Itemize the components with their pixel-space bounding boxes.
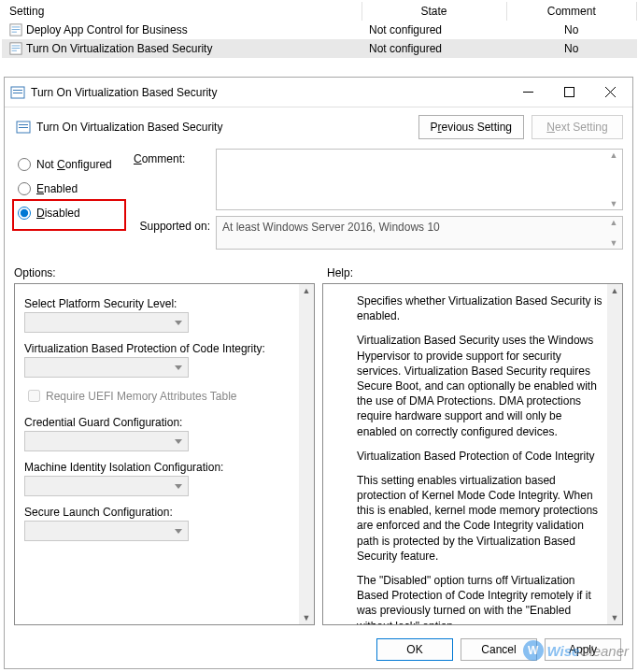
setting-comment: No bbox=[506, 39, 637, 58]
svg-rect-5 bbox=[12, 46, 21, 47]
minimize-button[interactable] bbox=[507, 79, 548, 107]
previous-setting-button[interactable]: Previous Setting bbox=[418, 115, 524, 139]
machine-identity-select[interactable] bbox=[24, 476, 189, 496]
svg-rect-7 bbox=[12, 50, 17, 51]
help-text: Virtualization Based Protection of Code … bbox=[357, 449, 603, 464]
comment-label: Comment: bbox=[134, 149, 216, 210]
scrollbar[interactable]: ▲▼ bbox=[606, 150, 621, 208]
scrollbar[interactable]: ▲▼ bbox=[606, 218, 621, 248]
option-label: Credential Guard Configuration: bbox=[24, 416, 308, 429]
checkbox-input[interactable] bbox=[28, 390, 40, 402]
policy-icon bbox=[9, 42, 22, 55]
dialog-footer: OK Cancel Apply bbox=[5, 631, 632, 668]
radio-disabled[interactable]: Disabled bbox=[14, 207, 119, 220]
supported-label: Supported on: bbox=[134, 216, 216, 250]
table-header-row: Setting State Comment bbox=[2, 2, 637, 21]
setting-state: Not configured bbox=[362, 39, 506, 58]
code-integrity-select[interactable] bbox=[24, 357, 189, 378]
titlebar[interactable]: Turn On Virtualization Based Security bbox=[5, 78, 632, 107]
table-row[interactable]: Turn On Virtualization Based Security No… bbox=[2, 39, 637, 58]
maximize-button[interactable] bbox=[548, 79, 589, 107]
scrollbar[interactable]: ▲▼ bbox=[607, 284, 622, 624]
state-radio-group: Not Configured Enabled Disabled bbox=[14, 149, 134, 255]
option-label: Select Platform Security Level: bbox=[24, 297, 308, 310]
setting-state: Not configured bbox=[362, 21, 506, 39]
close-button[interactable] bbox=[589, 79, 631, 107]
help-text: Virtualization Based Security uses the W… bbox=[357, 333, 603, 438]
dialog-icon bbox=[10, 85, 25, 100]
policy-settings-dialog: Turn On Virtualization Based Security Tu… bbox=[4, 77, 633, 669]
highlight-box: Disabled bbox=[12, 199, 126, 231]
secure-launch-select[interactable] bbox=[24, 521, 189, 541]
col-state[interactable]: State bbox=[362, 2, 506, 21]
options-pane: Select Platform Security Level: Virtuali… bbox=[14, 283, 315, 625]
radio-input[interactable] bbox=[18, 182, 31, 195]
help-text: This setting enables virtualization base… bbox=[357, 473, 603, 564]
help-text: The "Disabled" option turns off Virtuali… bbox=[357, 573, 603, 625]
col-comment[interactable]: Comment bbox=[506, 2, 637, 21]
option-label: Machine Identity Isolation Configuration… bbox=[24, 461, 308, 474]
option-label: Secure Launch Configuration: bbox=[24, 506, 308, 519]
svg-rect-3 bbox=[12, 32, 17, 33]
dialog-icon bbox=[16, 120, 31, 135]
comment-textarea[interactable]: ▲▼ bbox=[216, 149, 623, 210]
svg-rect-2 bbox=[12, 29, 21, 30]
setting-name: Turn On Virtualization Based Security bbox=[26, 42, 212, 55]
svg-rect-16 bbox=[19, 124, 28, 125]
next-setting-button[interactable]: Next Setting bbox=[532, 115, 623, 139]
options-heading: Options: bbox=[14, 266, 327, 279]
setting-comment: No bbox=[506, 21, 637, 39]
svg-rect-17 bbox=[19, 127, 28, 128]
scrollbar[interactable]: ▲▼ bbox=[299, 284, 314, 624]
uefi-checkbox[interactable]: Require UEFI Memory Attributes Table bbox=[24, 387, 308, 405]
dialog-title: Turn On Virtualization Based Security bbox=[31, 86, 507, 99]
svg-rect-1 bbox=[12, 27, 21, 28]
platform-security-select[interactable] bbox=[24, 312, 189, 333]
table-row[interactable]: Deploy App Control for Business Not conf… bbox=[2, 21, 637, 39]
supported-on-field: At least Windows Server 2016, Windows 10… bbox=[216, 216, 623, 250]
option-label: Virtualization Based Protection of Code … bbox=[24, 342, 308, 355]
svg-rect-10 bbox=[13, 93, 22, 93]
policy-table: Setting State Comment Deploy App Control… bbox=[2, 2, 637, 58]
credential-guard-select[interactable] bbox=[24, 431, 189, 451]
help-pane: Specifies whether Virtualization Based S… bbox=[322, 283, 623, 625]
header-label: Turn On Virtualization Based Security bbox=[36, 121, 411, 134]
radio-not-configured[interactable]: Not Configured bbox=[14, 154, 134, 179]
col-setting[interactable]: Setting bbox=[2, 2, 362, 21]
policy-icon bbox=[9, 23, 22, 36]
radio-input[interactable] bbox=[18, 207, 31, 220]
ok-button[interactable]: OK bbox=[376, 638, 453, 661]
svg-rect-6 bbox=[12, 48, 21, 49]
svg-rect-12 bbox=[564, 88, 574, 97]
apply-button[interactable]: Apply bbox=[545, 638, 621, 661]
svg-rect-11 bbox=[523, 92, 533, 93]
svg-rect-9 bbox=[13, 90, 22, 91]
setting-name: Deploy App Control for Business bbox=[26, 23, 188, 36]
cancel-button[interactable]: Cancel bbox=[461, 638, 537, 661]
help-text: Specifies whether Virtualization Based S… bbox=[357, 293, 603, 323]
radio-input[interactable] bbox=[18, 158, 31, 171]
help-heading: Help: bbox=[327, 266, 353, 279]
